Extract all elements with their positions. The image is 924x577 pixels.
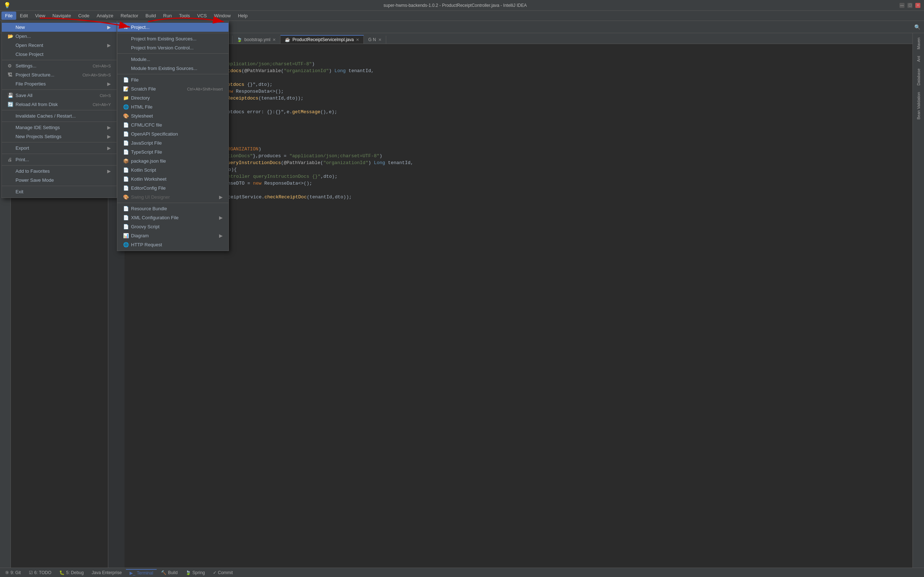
menu-entry-project-structure[interactable]: 🏗 Project Structure... Ctrl+Alt+Shift+S	[2, 70, 116, 79]
groovy-icon: 📄	[123, 224, 131, 229]
new-submenu-diagram[interactable]: 📊 Diagram ▶	[117, 231, 228, 240]
new-submenu-scratch-file[interactable]: 📝 Scratch File Ctrl+Alt+Shift+Insert	[117, 84, 228, 93]
new-submenu-openapi[interactable]: 📄 OpenAPI Specification	[117, 129, 228, 139]
tab-close-icon[interactable]: ✕	[378, 37, 381, 42]
menu-entry-new[interactable]: New ▶	[2, 23, 116, 32]
bottom-tab-todo[interactable]: ☑ 6: TODO	[25, 569, 55, 576]
new-submenu-kotlin-script[interactable]: 📄 Kotlin Script	[117, 166, 228, 174]
new-submenu-html[interactable]: 🌐 HTML File	[117, 102, 228, 111]
new-submenu-xml-config[interactable]: 📄 XML Configuration File ▶	[117, 213, 228, 222]
new-submenu-directory[interactable]: 📁 Directory	[117, 93, 228, 102]
new-submenu-resource-bundle[interactable]: 📄 Resource Bundle	[117, 204, 228, 213]
close-button[interactable]: ✕	[915, 3, 921, 8]
code-line: ProReceiptRequestDTO dto){	[129, 74, 908, 81]
menu-entry-settings[interactable]: ⚙ Settings... Ctrl+Alt+S	[2, 61, 116, 70]
new-submenu-http-request[interactable]: 🌐 HTTP Request	[117, 240, 228, 249]
minimize-button[interactable]: —	[900, 3, 905, 8]
menu-window[interactable]: Window	[210, 11, 234, 20]
menu-entry-label: Power Save Mode	[16, 177, 111, 183]
menu-entry-label: Close Project	[16, 52, 111, 57]
menu-analyze[interactable]: Analyze	[93, 11, 117, 20]
new-submenu-editorconfig[interactable]: 📄 EditorConfig File	[117, 184, 228, 193]
menu-run[interactable]: Run	[160, 11, 175, 20]
maximize-button[interactable]: ☐	[908, 3, 913, 8]
menu-entry-new-projects-settings[interactable]: New Projects Settings ▶	[2, 132, 116, 141]
open-icon: 📂	[8, 34, 16, 39]
bean-validation-tab[interactable]: Bean Validation	[916, 89, 921, 122]
new-menu-label: package.json file	[131, 158, 223, 164]
menu-entry-open[interactable]: 📂 Open...	[2, 32, 116, 41]
menu-entry-file-properties[interactable]: File Properties ▶	[2, 79, 116, 89]
new-submenu-stylesheet[interactable]: 🎨 Stylesheet	[117, 111, 228, 121]
bottom-tab-terminal[interactable]: ▶_ Terminal	[126, 569, 157, 576]
menu-entry-label: Reload All from Disk	[16, 102, 86, 107]
menubar: File Edit View Navigate Code Analyze Ref…	[0, 11, 924, 21]
js-icon: 📄	[123, 140, 131, 146]
new-submenu-package-json[interactable]: 📦 package.json file	[117, 156, 228, 166]
menu-file[interactable]: File	[2, 11, 16, 20]
titlebar: 💡 super-hwms-backends-1.0.2 - ProductRec…	[0, 0, 924, 11]
new-submenu-from-vcs[interactable]: Project from Version Control...	[117, 43, 228, 52]
menu-build[interactable]: Build	[142, 11, 160, 20]
menu-entry-invalidate-caches[interactable]: Invalidate Caches / Restart...	[2, 111, 116, 121]
xml-icon: 📄	[123, 215, 131, 220]
new-submenu-file[interactable]: 📄 File	[117, 76, 228, 84]
bottom-tab-git[interactable]: ⑨ 9: Git	[2, 569, 24, 576]
menu-code[interactable]: Code	[75, 11, 93, 20]
new-submenu-kotlin-worksheet[interactable]: 📄 Kotlin Worksheet	[117, 174, 228, 184]
bottom-tab-java-enterprise[interactable]: Java Enterprise	[88, 569, 125, 576]
menu-help[interactable]: Help	[234, 11, 251, 20]
css-icon: 🎨	[123, 113, 131, 119]
new-submenu-project[interactable]: 🏗 Project...	[117, 23, 228, 32]
menu-separator	[2, 186, 116, 186]
git-tab-icon: ⑨	[5, 570, 9, 575]
menu-entry-open-recent[interactable]: Open Recent ▶	[2, 41, 116, 50]
maven-tab[interactable]: Maven	[916, 35, 921, 52]
new-submenu-groovy[interactable]: 📄 Groovy Script	[117, 222, 228, 231]
bottom-tab-debug[interactable]: 🐛 5: Debug	[56, 569, 87, 576]
menu-vcs[interactable]: VCS	[194, 11, 210, 20]
tab-bootstrap-yml[interactable]: 🍃 bootstrap.yml ✕	[233, 36, 281, 44]
code-editor[interactable]: = "查询入库单号") ResourceLevel.ORGANIZATION) …	[124, 44, 913, 567]
new-submenu-javascript[interactable]: 📄 JavaScript File	[117, 139, 228, 148]
new-submenu-cfml[interactable]: 📄 CFML/CFC file	[117, 121, 228, 129]
bottom-tab-spring[interactable]: 🍃 Spring	[182, 569, 208, 576]
new-submenu-module[interactable]: Module...	[117, 55, 228, 64]
menu-view[interactable]: View	[31, 11, 49, 20]
project-structure-icon: 🏗	[8, 72, 16, 77]
search-everywhere-button[interactable]: 🔍	[913, 23, 922, 32]
menu-refactor[interactable]: Refactor	[117, 11, 142, 20]
new-submenu-typescript[interactable]: 📄 TypeScript File	[117, 148, 228, 156]
menu-entry-add-to-favorites[interactable]: Add to Favorites ▶	[2, 167, 116, 176]
ant-tab[interactable]: Ant	[916, 53, 921, 65]
menu-entry-export[interactable]: Export ▶	[2, 143, 116, 153]
window-controls[interactable]: — ☐ ✕	[900, 3, 921, 8]
bottom-tab-commit[interactable]: ✓ Commit	[209, 569, 236, 576]
menu-tools[interactable]: Tools	[175, 11, 194, 20]
menu-entry-manage-ide[interactable]: Manage IDE Settings ▶	[2, 123, 116, 132]
new-submenu-module-existing[interactable]: Module from Existing Sources...	[117, 64, 228, 73]
submenu-arrow-icon: ▶	[219, 215, 223, 220]
menu-navigate[interactable]: Navigate	[49, 11, 74, 20]
menu-separator	[2, 142, 116, 142]
menu-entry-reload[interactable]: 🔄 Reload All from Disk Ctrl+Alt+Y	[2, 100, 116, 109]
menu-entry-save-all[interactable]: 💾 Save All Ctrl+S	[2, 91, 116, 100]
database-tab[interactable]: Database	[916, 66, 921, 89]
tab-close-icon[interactable]: ✕	[356, 37, 359, 42]
menu-entry-close-project[interactable]: Close Project	[2, 50, 116, 59]
menu-entry-print[interactable]: 🖨 Print...	[2, 155, 116, 164]
tab-close-icon[interactable]: ✕	[273, 37, 276, 42]
tab-gn[interactable]: G N ✕	[364, 36, 386, 44]
menu-entry-exit[interactable]: Exit	[2, 187, 116, 196]
new-submenu-swing[interactable]: 🎨 Swing UI Designer ▶	[117, 193, 228, 201]
tab-product-receipt-service[interactable]: ☕ ProductReceiptServiceImpl.java ✕	[281, 35, 364, 44]
menu-entry-label: Open Recent	[16, 43, 104, 48]
new-menu-label: JavaScript File	[131, 140, 223, 146]
bottom-tab-build[interactable]: 🔨 Build	[157, 569, 181, 576]
editor-content[interactable]: 45 46 47 48 49 50 51 52 53 54 55 56 57 5…	[108, 44, 913, 567]
new-submenu-from-existing[interactable]: Project from Existing Sources...	[117, 34, 228, 43]
code-line: @GetMapping(value = {"/queryInstructionD…	[129, 153, 908, 160]
debug-tab-icon: 🐛	[59, 570, 65, 575]
menu-entry-power-save[interactable]: Power Save Mode	[2, 176, 116, 185]
menu-edit[interactable]: Edit	[16, 11, 31, 20]
